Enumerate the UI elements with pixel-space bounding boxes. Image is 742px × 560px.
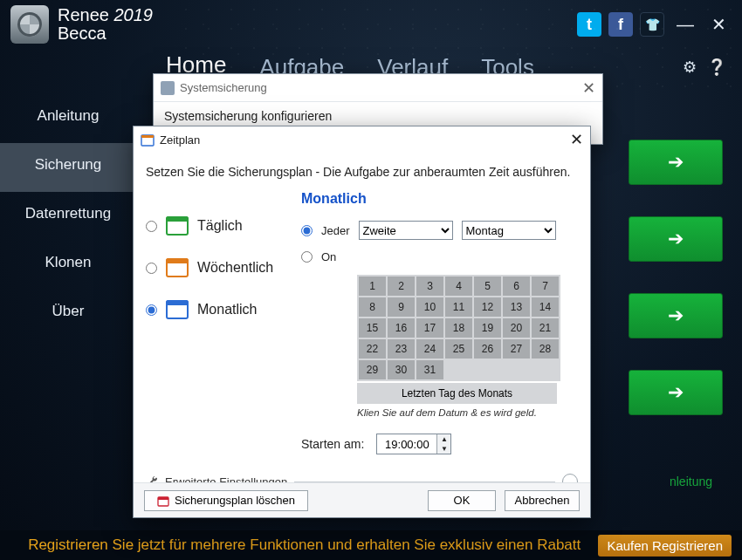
day-cell[interactable]: 15 [359, 318, 386, 338]
twitter-icon[interactable]: t [577, 12, 601, 37]
calendar-monthly-icon [166, 300, 189, 319]
footer-bar: Registrieren Sie jetzt für mehrere Funkt… [0, 530, 742, 560]
arrow-right-icon: ➔ [668, 151, 684, 174]
ok-button[interactable]: OK [428, 490, 496, 511]
app-logo-icon [10, 5, 49, 44]
delete-plan-icon [157, 495, 169, 507]
day-cell[interactable]: 3 [416, 277, 443, 296]
day-cell[interactable]: 24 [416, 339, 443, 359]
window-minimize-button[interactable]: — [671, 15, 699, 35]
day-cell[interactable]: 18 [445, 318, 472, 338]
schedule-footer: Sicherungsplan löschen OK Abbrechen [134, 482, 590, 517]
brand-name: Renee [58, 5, 109, 24]
day-cell-empty [503, 360, 530, 379]
calendar-daily-icon [166, 216, 189, 236]
day-cell[interactable]: 21 [532, 318, 559, 338]
weekday-select[interactable]: MontagDienstagMittwochDonnerstagFreitagS… [462, 221, 556, 240]
day-cell-empty [532, 360, 559, 379]
day-cell[interactable]: 19 [474, 318, 501, 338]
schedule-instruction: Setzen Sie die Sicherungsplan - Die Aufg… [134, 153, 590, 188]
nav-clone[interactable]: Klonen [0, 241, 136, 290]
titlebar-actions: t f 👕 — ✕ [577, 12, 732, 37]
tshirt-icon[interactable]: 👕 [640, 12, 664, 37]
day-grid: 1234567891011121314151617181920212223242… [357, 275, 574, 381]
day-cell[interactable]: 30 [388, 360, 415, 379]
freq-weekly-row[interactable]: Wöchentlich [146, 247, 294, 289]
action-button-4[interactable]: ➔ [629, 370, 723, 415]
delete-plan-button[interactable]: Sicherungsplan löschen [144, 490, 308, 511]
settings-icon[interactable]: ⚙ [683, 58, 697, 77]
brand-year: 2019 [114, 5, 154, 24]
day-cell[interactable]: 27 [503, 339, 530, 359]
freq-daily-label: Täglich [197, 218, 243, 234]
freq-daily-radio[interactable] [146, 221, 157, 232]
brand-product: Becca [58, 24, 153, 43]
freq-monthly-row[interactable]: Monatlich [146, 289, 294, 331]
day-cell[interactable]: 25 [445, 339, 472, 359]
day-cell[interactable]: 31 [416, 360, 443, 379]
frequency-column: Täglich Wöchentlich Monatlich [146, 188, 294, 454]
help-icon[interactable]: ❔ [707, 58, 726, 77]
hint-link[interactable]: nleitung [670, 475, 712, 488]
arrow-right-icon: ➔ [668, 381, 684, 404]
ordinal-select[interactable]: ErsteZweiteDritteVierteLetzte [359, 221, 453, 240]
schedule-body: Täglich Wöchentlich Monatlich Monatlich … [134, 188, 590, 454]
spinner-up-icon[interactable]: ▲ [437, 434, 450, 444]
day-cell[interactable]: 11 [445, 297, 472, 317]
start-time-row: Starten am: ▲ ▼ [301, 434, 574, 454]
day-cell[interactable]: 6 [503, 277, 530, 296]
day-cell[interactable]: 10 [416, 297, 443, 317]
day-cell[interactable]: 12 [474, 297, 501, 317]
titlebar: Renee 2019 Becca t f 👕 — ✕ [0, 0, 742, 49]
left-nav: Anleitung Sicherung Datenrettung Klonen … [0, 94, 136, 338]
day-cell[interactable]: 17 [416, 318, 443, 338]
buy-register-button[interactable]: Kaufen Registrieren [598, 535, 732, 557]
freq-daily-row[interactable]: Täglich [146, 205, 294, 247]
system-backup-titlebar: Systemsicherung ✕ [154, 74, 602, 102]
system-backup-close-button[interactable]: ✕ [582, 79, 595, 98]
day-cell[interactable]: 28 [532, 339, 559, 359]
nav-guide[interactable]: Anleitung [0, 94, 136, 143]
cancel-button[interactable]: Abbrechen [505, 490, 580, 511]
day-cell[interactable]: 20 [503, 318, 530, 338]
window-close-button[interactable]: ✕ [706, 14, 732, 35]
day-cell[interactable]: 9 [388, 297, 415, 317]
svg-rect-1 [141, 135, 154, 138]
action-button-3[interactable]: ➔ [629, 293, 723, 338]
brand-block: Renee 2019 Becca [58, 6, 153, 43]
footer-message: Registrieren Sie jetzt für mehrere Funkt… [28, 536, 581, 554]
day-cell[interactable]: 13 [503, 297, 530, 317]
mode-on-radio[interactable] [301, 251, 313, 263]
schedule-close-button[interactable]: ✕ [570, 130, 583, 149]
action-button-2[interactable]: ➔ [629, 216, 723, 262]
nav-backup[interactable]: Sicherung [0, 143, 136, 192]
spinner-down-icon[interactable]: ▼ [437, 444, 450, 454]
day-cell[interactable]: 16 [388, 318, 415, 338]
nav-about[interactable]: Über [0, 290, 136, 338]
action-button-1[interactable]: ➔ [629, 140, 723, 185]
freq-monthly-label: Monatlich [197, 302, 257, 318]
day-cell[interactable]: 5 [474, 277, 501, 296]
day-cell[interactable]: 29 [359, 360, 386, 379]
freq-monthly-radio[interactable] [146, 304, 157, 316]
start-time-input[interactable] [377, 434, 436, 454]
day-cell[interactable]: 22 [359, 339, 386, 359]
schedule-titlebar: Zeitplan ✕ [134, 126, 590, 153]
schedule-icon [141, 133, 155, 147]
day-cell[interactable]: 23 [388, 339, 415, 359]
day-cell[interactable]: 4 [445, 277, 472, 296]
day-cell[interactable]: 8 [359, 297, 386, 317]
day-cell[interactable]: 2 [388, 277, 415, 296]
day-cell[interactable]: 26 [474, 339, 501, 359]
last-day-button[interactable]: Letzten Tag des Monats [357, 383, 557, 404]
day-cell[interactable]: 7 [532, 277, 559, 296]
facebook-icon[interactable]: f [608, 12, 633, 37]
day-cell[interactable]: 14 [532, 297, 559, 317]
freq-weekly-radio[interactable] [146, 263, 157, 274]
day-cell[interactable]: 1 [359, 277, 386, 296]
start-time-spinner[interactable]: ▲ ▼ [376, 434, 451, 454]
arrow-right-icon: ➔ [668, 228, 684, 250]
system-backup-icon [161, 81, 175, 95]
mode-every-radio[interactable] [301, 225, 313, 236]
nav-recovery[interactable]: Datenrettung [0, 192, 136, 241]
